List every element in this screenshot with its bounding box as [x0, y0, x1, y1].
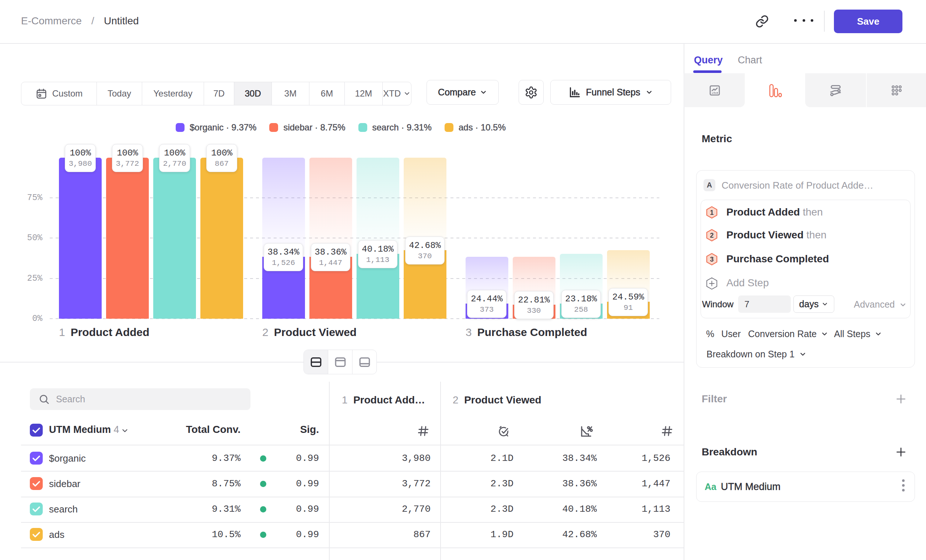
svg-text:2: 2 — [710, 232, 713, 239]
svg-text:1: 1 — [710, 209, 713, 216]
svg-text:3: 3 — [710, 256, 713, 263]
